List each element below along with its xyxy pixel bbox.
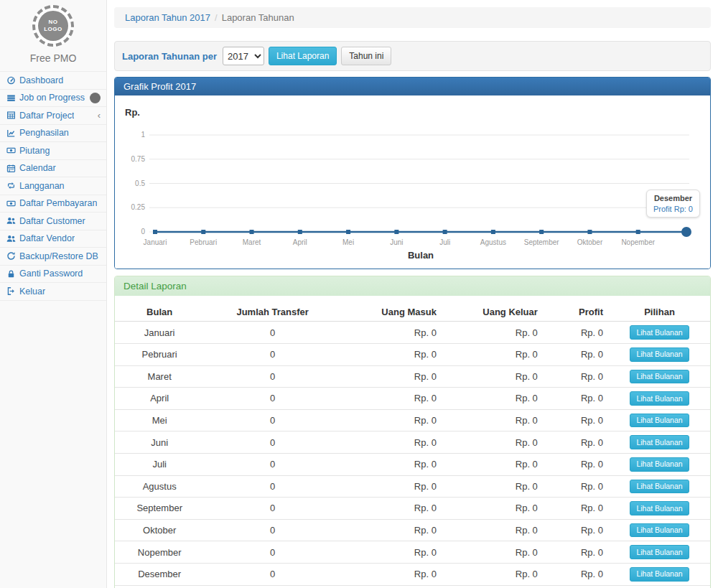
view-monthly-button[interactable]: Lihat Bulanan <box>630 567 689 582</box>
report-filter-bar: Laporan Tahunan per 2017 Lihat Laporan T… <box>114 41 711 71</box>
sidebar: NO LOGO Free PMO Dashboard Job on Progre… <box>0 0 107 588</box>
table-row: Juli 0 Rp. 0 Rp. 0 Rp. 0 Lihat Bulanan <box>115 453 710 475</box>
sidebar-item-daftar-pembayaran[interactable]: Daftar Pembayaran <box>0 195 106 213</box>
app-wrapper: NO LOGO Free PMO Dashboard Job on Progre… <box>0 0 718 588</box>
cell-bulan: Januari <box>115 322 204 344</box>
cell-jumlah-transfer: 0 <box>204 453 341 475</box>
table-header-row: Bulan Jumlah Transfer Uang Masuk Uang Ke… <box>115 303 710 322</box>
sidebar-item-langganan[interactable]: Langganan <box>0 177 106 195</box>
breadcrumb: Laporan Tahun 2017/Laporan Tahunan <box>114 7 711 28</box>
view-monthly-button[interactable]: Lihat Bulanan <box>630 325 689 340</box>
cell-jumlah-transfer: 0 <box>204 365 341 388</box>
svg-text:Juli: Juli <box>439 238 450 246</box>
sidebar-item-job-on-progress[interactable]: Job on Progress <box>0 90 106 108</box>
sidebar-item-piutang[interactable]: Piutang <box>0 142 106 160</box>
cell-profit: Rp. 0 <box>544 519 609 541</box>
cell-uang-masuk: Rp. 0 <box>341 365 442 388</box>
cell-uang-masuk: Rp. 0 <box>341 343 442 365</box>
cell-profit: Rp. 0 <box>544 388 609 410</box>
svg-text:Januari: Januari <box>144 238 167 246</box>
cell-uang-keluar: Rp. 0 <box>442 388 544 410</box>
total-uang-keluar: Rp. 0 <box>442 585 544 588</box>
cell-uang-keluar: Rp. 0 <box>442 322 544 344</box>
cell-profit: Rp. 0 <box>544 475 609 498</box>
sidebar-item-calendar[interactable]: Calendar <box>0 160 106 178</box>
cell-uang-keluar: Rp. 0 <box>442 519 544 541</box>
calendar-icon <box>6 164 16 173</box>
table-row: Maret 0 Rp. 0 Rp. 0 Rp. 0 Lihat Bulanan <box>115 365 710 388</box>
view-monthly-button[interactable]: Lihat Bulanan <box>630 523 689 538</box>
view-monthly-button[interactable]: Lihat Bulanan <box>630 435 689 449</box>
svg-text:0.75: 0.75 <box>131 155 146 163</box>
cell-profit: Rp. 0 <box>544 563 609 585</box>
cell-profit: Rp. 0 <box>544 322 609 344</box>
total-profit: Rp. 0 <box>544 585 609 588</box>
users-icon <box>6 234 16 243</box>
sidebar-item-backup-restore-db[interactable]: Backup/Restore DB <box>0 248 106 266</box>
cell-uang-keluar: Rp. 0 <box>442 563 544 585</box>
cell-profit: Rp. 0 <box>544 409 609 431</box>
view-monthly-button[interactable]: Lihat Bulanan <box>630 347 689 362</box>
view-monthly-button[interactable]: Lihat Bulanan <box>630 501 689 515</box>
cell-uang-keluar: Rp. 0 <box>442 343 544 365</box>
year-select[interactable]: 2017 <box>223 47 264 65</box>
cell-jumlah-transfer: 0 <box>204 322 341 344</box>
sidebar-item-daftar-vendor[interactable]: Daftar Vendor <box>0 230 106 248</box>
cell-jumlah-transfer: 0 <box>204 498 341 520</box>
col-header-uang-masuk: Uang Masuk <box>341 303 442 322</box>
svg-text:Nopember: Nopember <box>621 238 655 246</box>
svg-text:Maret: Maret <box>243 238 261 246</box>
cell-bulan: April <box>115 388 204 410</box>
cell-uang-masuk: Rp. 0 <box>341 563 442 585</box>
cell-jumlah-transfer: 0 <box>204 563 341 585</box>
view-monthly-button[interactable]: Lihat Bulanan <box>630 414 689 428</box>
table-row: September 0 Rp. 0 Rp. 0 Rp. 0 Lihat Bula… <box>115 498 710 520</box>
svg-text:Bulan: Bulan <box>408 250 434 261</box>
tooltip-month: Desember <box>653 194 693 202</box>
cell-jumlah-transfer: 0 <box>204 343 341 365</box>
retweet-icon <box>6 181 16 190</box>
detail-report-panel: Detail Laporan Bulan Jumlah Transfer Uan… <box>114 276 711 588</box>
cell-uang-masuk: Rp. 0 <box>341 388 442 410</box>
profit-chart-panel: Grafik Profit 2017 Rp.00.250.50.751Janua… <box>114 77 711 269</box>
cell-uang-keluar: Rp. 0 <box>442 365 544 388</box>
money-icon <box>6 146 16 155</box>
view-monthly-button[interactable]: Lihat Bulanan <box>630 545 689 559</box>
sidebar-item-ganti-password[interactable]: Ganti Password <box>0 266 106 284</box>
chart-panel-body: Rp.00.250.50.751JanuariPebruariMaretApri… <box>115 95 710 269</box>
cell-uang-masuk: Rp. 0 <box>341 541 442 564</box>
total-empty-cell <box>609 585 710 588</box>
cell-profit: Rp. 0 <box>544 453 609 475</box>
view-report-button[interactable]: Lihat Laporan <box>269 47 337 65</box>
app-name: Free PMO <box>0 52 106 64</box>
chevron-left-icon: ‹ <box>98 111 101 120</box>
no-logo-text: NO LOGO <box>38 11 68 41</box>
sidebar-item-keluar[interactable]: Keluar <box>0 283 106 301</box>
sidebar-item-dashboard[interactable]: Dashboard <box>0 72 106 90</box>
cell-uang-keluar: Rp. 0 <box>442 453 544 475</box>
cell-jumlah-transfer: 0 <box>204 475 341 498</box>
users-icon <box>6 216 16 225</box>
view-monthly-button[interactable]: Lihat Bulanan <box>630 457 689 472</box>
cell-bulan: Nopember <box>115 541 204 564</box>
cell-jumlah-transfer: 0 <box>204 388 341 410</box>
sidebar-item-daftar-project[interactable]: Daftar Project ‹ <box>0 107 106 125</box>
table-row: Desember 0 Rp. 0 Rp. 0 Rp. 0 Lihat Bulan… <box>115 563 710 585</box>
this-year-button[interactable]: Tahun ini <box>341 47 391 65</box>
profit-line-chart: Rp.00.250.50.751JanuariPebruariMaretApri… <box>122 103 702 261</box>
cell-uang-keluar: Rp. 0 <box>442 541 544 564</box>
sidebar-item-daftar-customer[interactable]: Daftar Customer <box>0 213 106 230</box>
view-monthly-button[interactable]: Lihat Bulanan <box>630 480 689 494</box>
table-row: Mei 0 Rp. 0 Rp. 0 Rp. 0 Lihat Bulanan <box>115 409 710 431</box>
sidebar-item-penghasilan[interactable]: Penghasilan <box>0 125 106 143</box>
breadcrumb-link-laporan-tahun[interactable]: Laporan Tahun 2017 <box>125 12 210 23</box>
refresh-icon <box>6 251 16 261</box>
view-monthly-button[interactable]: Lihat Bulanan <box>630 370 689 384</box>
cell-jumlah-transfer: 0 <box>204 541 341 564</box>
cell-bulan: Juli <box>115 453 204 475</box>
cell-jumlah-transfer: 0 <box>204 409 341 431</box>
view-monthly-button[interactable]: Lihat Bulanan <box>630 391 689 406</box>
cell-bulan: Desember <box>115 563 204 585</box>
table-row: Pebruari 0 Rp. 0 Rp. 0 Rp. 0 Lihat Bulan… <box>115 343 710 365</box>
table-total-row: Total 0 Rp. 0 Rp. 0 Rp. 0 <box>115 585 710 588</box>
